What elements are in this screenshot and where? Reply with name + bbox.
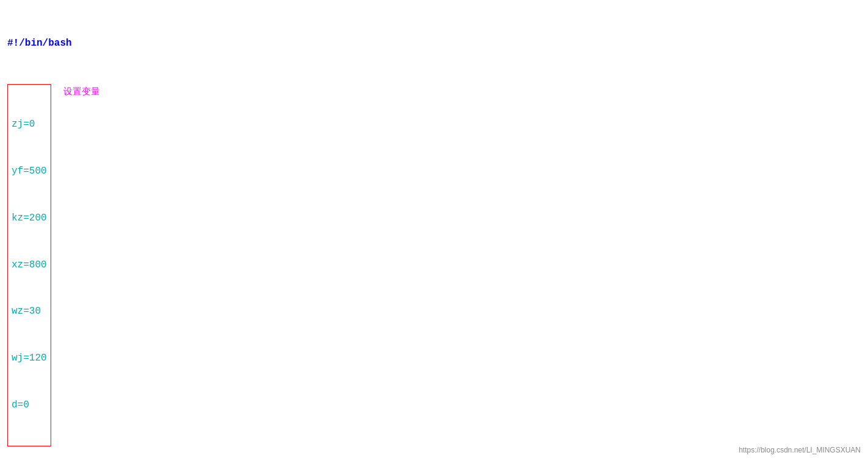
- var-xz: xz=800: [12, 258, 47, 273]
- var-yf: yf=500: [12, 164, 47, 180]
- var-d: d=0: [12, 398, 47, 413]
- var-wj: wj=120: [12, 351, 47, 367]
- vars-box: zj=0 yf=500 kz=200 xz=800 wz=30 wj=120 d…: [7, 84, 51, 446]
- annotation-vars: 设置变量: [63, 84, 100, 99]
- code-block: #!/bin/bash zj=0 yf=500 kz=200 xz=800 wz…: [7, 5, 861, 461]
- var-zj: zj=0: [12, 117, 47, 133]
- var-wz: wz=30: [12, 304, 47, 320]
- vars-section: zj=0 yf=500 kz=200 xz=800 wz=30 wj=120 d…: [7, 84, 861, 446]
- shebang-line: #!/bin/bash: [7, 36, 861, 52]
- watermark: https://blog.csdn.net/LI_MINGSXUAN: [739, 445, 861, 456]
- var-kz: kz=200: [12, 211, 47, 227]
